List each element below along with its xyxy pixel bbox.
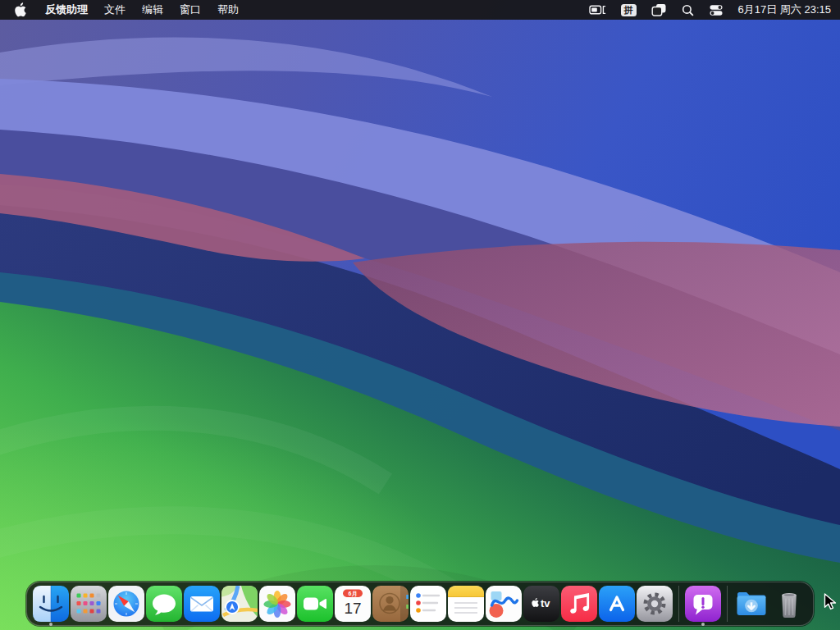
- display-icon: [589, 3, 606, 16]
- control-center-icon: [709, 4, 724, 16]
- dock-item-calendar[interactable]: 6月 17: [334, 585, 372, 623]
- separator-line: [727, 586, 728, 622]
- dock-item-freeform[interactable]: [485, 585, 523, 623]
- window-stack-icon: [651, 3, 667, 16]
- dock-item-feedback-assistant[interactable]: [684, 585, 722, 623]
- dock-separator[interactable]: [673, 585, 684, 623]
- mouse-cursor: [824, 593, 837, 611]
- separator-line: [678, 586, 679, 622]
- contacts-icon: [372, 586, 409, 622]
- menu-bar: 反馈助理 文件 编辑 窗口 帮助 拼: [0, 0, 840, 20]
- dock-item-photos[interactable]: [258, 585, 296, 623]
- tv-label: tv: [541, 597, 550, 609]
- dock-item-safari[interactable]: [107, 585, 145, 623]
- apple-menu[interactable]: [0, 0, 37, 20]
- safari-icon: [108, 586, 144, 622]
- menu-help[interactable]: 帮助: [209, 0, 247, 20]
- input-source-label: 拼: [621, 4, 637, 16]
- calendar-month-label: 6月: [349, 591, 358, 597]
- window-stack-item[interactable]: [644, 0, 674, 20]
- trash-icon: [771, 586, 807, 622]
- app-menu-title[interactable]: 反馈助理: [37, 0, 96, 20]
- finder-icon: [33, 586, 69, 622]
- dock-item-reminders[interactable]: [409, 585, 447, 623]
- input-source-indicator[interactable]: 拼: [614, 0, 644, 20]
- sonoma-wallpaper: [0, 0, 840, 630]
- dock-item-messages[interactable]: [145, 585, 183, 623]
- dock-item-maps[interactable]: [221, 585, 258, 623]
- dock: 6月 17: [26, 582, 814, 626]
- calendar-day-label: 17: [344, 600, 361, 617]
- dock-item-tv[interactable]: tv: [523, 585, 560, 623]
- feedback-assistant-icon: [685, 586, 721, 622]
- app-store-icon: [599, 586, 635, 622]
- spotlight-item[interactable]: [674, 0, 701, 20]
- dock-item-facetime[interactable]: [296, 585, 334, 623]
- maps-icon: [221, 586, 258, 622]
- menu-window[interactable]: 窗口: [171, 0, 209, 20]
- dock-item-finder[interactable]: [32, 585, 70, 623]
- dock-item-mail[interactable]: [183, 585, 221, 623]
- mail-icon: [184, 586, 220, 622]
- dock-item-system-settings[interactable]: [636, 585, 673, 623]
- menu-file[interactable]: 文件: [96, 0, 134, 20]
- running-indicator: [701, 623, 705, 626]
- apple-tv-icon: tv: [523, 586, 559, 622]
- menubar-clock[interactable]: 6月17日 周六 23:15: [731, 0, 840, 20]
- spotlight-search-icon: [682, 4, 694, 16]
- menu-edit[interactable]: 编辑: [134, 0, 171, 20]
- notes-icon: [448, 586, 484, 622]
- messages-icon: [146, 586, 182, 622]
- photos-icon: [259, 586, 295, 622]
- running-indicator: [49, 623, 52, 626]
- reminders-icon: [410, 586, 446, 622]
- dock-item-contacts[interactable]: [372, 585, 409, 623]
- control-center-item[interactable]: [701, 0, 731, 20]
- dock-item-app-store[interactable]: [598, 585, 636, 623]
- dock-item-trash[interactable]: [770, 585, 808, 623]
- launchpad-icon: [71, 586, 107, 622]
- dock-item-music[interactable]: [560, 585, 598, 623]
- downloads-folder-icon: [733, 586, 769, 622]
- calendar-icon: 6月 17: [335, 586, 371, 622]
- desktop[interactable]: [0, 0, 840, 630]
- dock-separator[interactable]: [722, 585, 733, 623]
- freeform-icon: [486, 586, 522, 622]
- dock-item-launchpad[interactable]: [70, 585, 107, 623]
- dock-item-downloads[interactable]: [733, 585, 770, 623]
- dock-item-notes[interactable]: [447, 585, 485, 623]
- display-status-item[interactable]: [582, 0, 614, 20]
- system-settings-icon: [637, 586, 673, 622]
- facetime-icon: [297, 586, 333, 622]
- music-icon: [561, 586, 597, 622]
- apple-logo-icon: [14, 2, 26, 17]
